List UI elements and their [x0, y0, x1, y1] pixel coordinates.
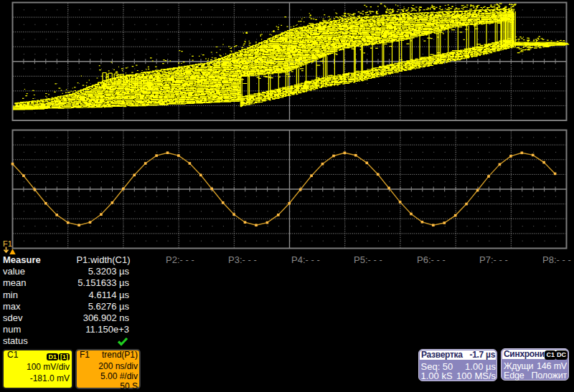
- svg-text:F1: F1: [3, 239, 12, 248]
